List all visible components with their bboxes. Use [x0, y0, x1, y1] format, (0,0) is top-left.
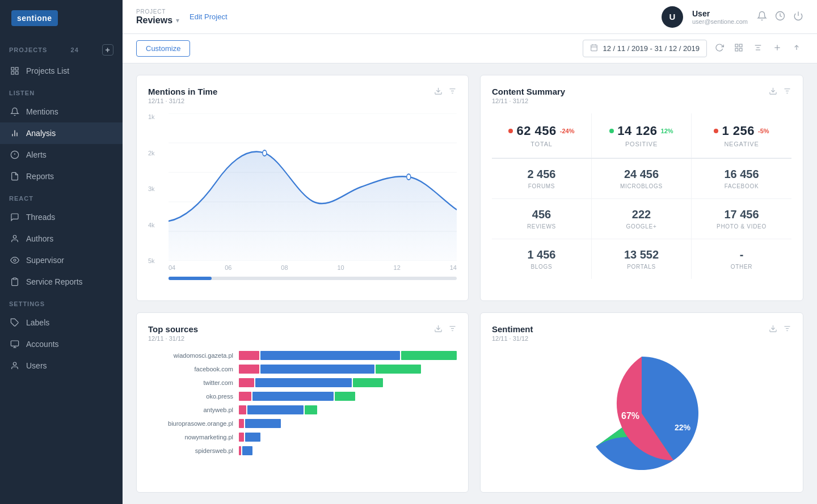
sidebar-item-reports[interactable]: Reports [0, 166, 123, 187]
reviews-label: REVIEWS [498, 223, 586, 230]
project-selector[interactable]: Reviews ▾ [136, 15, 179, 26]
avatar: U [662, 6, 683, 28]
projects-section-header: PROJECTS 24 + [0, 36, 123, 60]
date-range-button[interactable]: 12 / 11 / 2019 - 31 / 12 / 2019 [583, 40, 707, 57]
header: PROJECT Reviews ▾ Edit Project U User us… [123, 0, 817, 34]
negative-label: NEGATIVE [697, 141, 786, 147]
bar-row: spidersweb.pl [148, 446, 457, 455]
sidebar-item-projects-list[interactable]: Projects List [0, 60, 123, 82]
bar-label: oko.press [148, 393, 239, 400]
chart-scrollbar[interactable] [169, 277, 457, 280]
summary-item-positive: 14 126 12% POSITIVE [592, 113, 692, 158]
bar-segment-green [305, 405, 317, 414]
notifications-icon[interactable] [757, 11, 767, 23]
bar-segment-green [401, 351, 457, 360]
card-title: Sentiment [492, 324, 533, 334]
bar-segment-blue [247, 405, 303, 414]
sidebar-item-mentions[interactable]: Mentions [0, 101, 123, 122]
card-header: Mentions in Time 12/11 · 31/12 [148, 87, 457, 104]
user-info: User user@sentione.com [692, 9, 748, 25]
top-sources-card: Top sources 12/11 · 31/12 wiadomosci.gaz… [136, 312, 469, 493]
settings-section-header: SETTINGS [0, 293, 123, 312]
stat-microblogs: 24 456 MICROBLOGS [592, 159, 692, 198]
sidebar-item-label: Users [26, 361, 47, 370]
clock-icon[interactable] [775, 11, 785, 23]
svg-text:67%: 67% [621, 411, 639, 421]
bar-label: facebook.com [148, 366, 239, 372]
microblogs-label: MICROBLOGS [597, 183, 685, 189]
sidebar-item-label: Authors [26, 234, 53, 243]
sidebar-item-labels[interactable]: Labels [0, 312, 123, 333]
sidebar-item-authors[interactable]: Authors [0, 228, 123, 249]
svg-rect-12 [13, 278, 16, 279]
card-header: Top sources 12/11 · 31/12 [148, 324, 457, 342]
forums-label: FORUMS [498, 183, 586, 189]
bar-row: facebook.com [148, 365, 457, 374]
sidebar-item-alerts[interactable]: Alerts [0, 144, 123, 166]
bar-row: biuroprasowe.orange.pl [148, 419, 457, 428]
header-right: U User user@sentione.com [662, 6, 803, 28]
project-info: PROJECT Reviews ▾ [136, 9, 179, 26]
sidebar-item-analysis[interactable]: Analysis [0, 122, 123, 144]
sidebar-item-label: Reports [26, 172, 54, 181]
scrollbar-thumb [169, 277, 212, 280]
download-icon[interactable] [434, 324, 443, 334]
refresh-icon[interactable] [713, 41, 726, 57]
reviews-value: 456 [498, 208, 586, 221]
sidebar-item-label: Threads [26, 213, 55, 222]
sidebar-item-users[interactable]: Users [0, 355, 123, 376]
stat-google: 222 GOOGLE+ [592, 199, 692, 239]
edit-project-link[interactable]: Edit Project [189, 12, 227, 21]
filter-icon[interactable] [448, 87, 457, 97]
sidebar-item-label: Mentions [26, 107, 58, 116]
sidebar-item-accounts[interactable]: Accounts [0, 333, 123, 355]
download-icon[interactable] [434, 87, 443, 97]
grid-view-icon[interactable] [732, 41, 746, 57]
svg-rect-24 [735, 44, 738, 47]
bar-row: oko.press [148, 392, 457, 401]
grid-icon [9, 65, 20, 77]
google-label: GOOGLE+ [597, 223, 685, 230]
toolbar-right: 12 / 11 / 2019 - 31 / 12 / 2019 [583, 40, 803, 57]
date-range-text: 12 / 11 / 2019 - 31 / 12 / 2019 [603, 44, 700, 53]
svg-rect-25 [739, 44, 742, 47]
download-icon[interactable] [769, 324, 777, 334]
add-widget-icon[interactable] [770, 41, 784, 57]
tag-icon [9, 317, 20, 328]
filter-icon[interactable] [783, 87, 791, 97]
stat-other: - OTHER [692, 239, 791, 279]
user-email: user@sentione.com [692, 18, 748, 25]
sidebar: sentione PROJECTS 24 + Projects List LIS… [0, 0, 123, 504]
total-dot [508, 129, 513, 133]
settings-icon[interactable] [751, 41, 765, 57]
add-project-button[interactable]: + [102, 44, 113, 56]
sidebar-item-supervisor[interactable]: Supervisor [0, 249, 123, 271]
svg-point-17 [13, 362, 16, 365]
sidebar-item-service-reports[interactable]: Service Reports [0, 271, 123, 293]
bar-label: spidersweb.pl [148, 447, 239, 454]
react-section-header: REACT [0, 187, 123, 206]
bar-segment-pink [239, 446, 241, 455]
total-value: 62 456 [516, 124, 556, 138]
bar-segment-green [335, 392, 355, 401]
download-icon[interactable] [769, 87, 777, 97]
svg-point-11 [14, 259, 16, 261]
export-icon[interactable] [790, 41, 803, 57]
sidebar-item-threads[interactable]: Threads [0, 206, 123, 228]
bell-icon [9, 106, 20, 117]
bar-segment-pink [239, 378, 254, 387]
filter-icon[interactable] [448, 324, 457, 334]
stats-row-3: 1 456 BLOGS 13 552 PORTALS - OTHER [492, 239, 791, 279]
svg-rect-14 [11, 341, 18, 346]
chart-y-labels: 5k 4k 3k 2k 1k [148, 113, 155, 266]
negative-value: 1 256 [722, 124, 755, 138]
filter-icon[interactable] [783, 324, 791, 334]
content-summary-card: Content Summary 12/11 · 31/12 [480, 75, 803, 301]
summary-item-total: 62 456 -24% TOTAL [492, 113, 592, 158]
main-area: PROJECT Reviews ▾ Edit Project U User us… [123, 0, 817, 504]
bar-track [239, 365, 457, 374]
bar-track [239, 351, 457, 360]
mentions-chart-card: Mentions in Time 12/11 · 31/12 5k 4k [136, 75, 469, 301]
power-icon[interactable] [793, 11, 803, 23]
customize-button[interactable]: Customize [136, 40, 190, 57]
